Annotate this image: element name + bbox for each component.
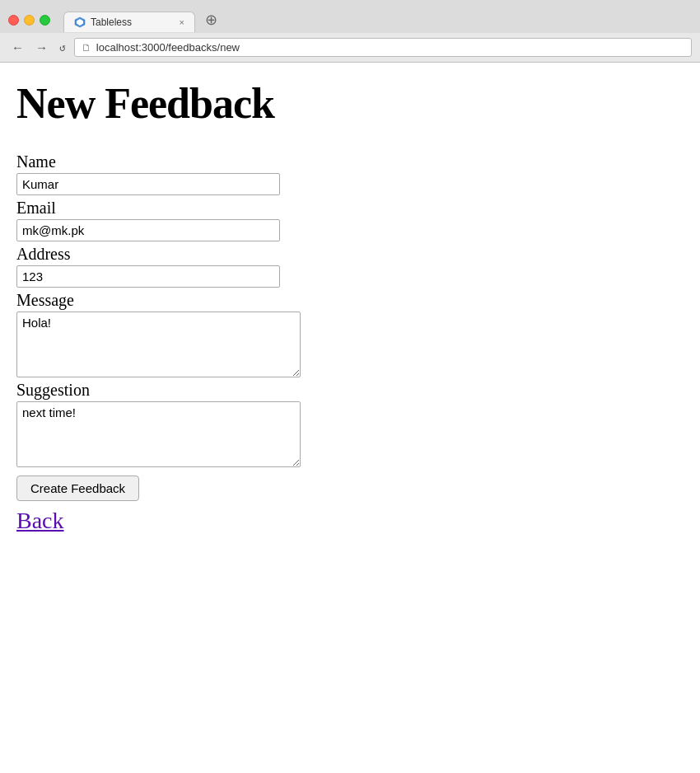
- address-field-group: Address: [16, 245, 684, 288]
- email-field-group: Email: [16, 199, 684, 241]
- email-label: Email: [16, 199, 684, 218]
- page-title: New Feedback: [16, 79, 684, 128]
- refresh-nav-button[interactable]: ↺: [56, 40, 69, 55]
- suggestion-textarea[interactable]: [16, 401, 301, 467]
- browser-tab[interactable]: Tableless ×: [63, 12, 195, 32]
- page-content: New Feedback Name Email Address Message …: [0, 63, 700, 770]
- address-icon: 🗋: [82, 42, 91, 54]
- back-nav-button[interactable]: ←: [8, 39, 27, 56]
- tab-label: Tableless: [91, 16, 132, 28]
- feedback-form: Name Email Address Message Suggestion Cr…: [16, 152, 684, 508]
- minimize-button[interactable]: [24, 15, 35, 26]
- tab-bar: Tableless × ⊕: [63, 7, 224, 32]
- back-link[interactable]: Back: [16, 508, 684, 534]
- browser-chrome: Tableless × ⊕ ← → ↺ 🗋 localhost:3000/fee…: [0, 0, 700, 63]
- suggestion-label: Suggestion: [16, 381, 684, 400]
- suggestion-field-group: Suggestion: [16, 381, 684, 467]
- forward-nav-button[interactable]: →: [32, 39, 51, 56]
- title-bar: Tableless × ⊕: [0, 0, 700, 33]
- address-bar-row: ← → ↺ 🗋 localhost:3000/feedbacks/new: [0, 33, 700, 63]
- address-text: localhost:3000/feedbacks/new: [96, 41, 240, 54]
- name-input[interactable]: [16, 173, 280, 195]
- message-label: Message: [16, 291, 684, 310]
- name-field-group: Name: [16, 152, 684, 195]
- create-feedback-button[interactable]: Create Feedback: [16, 476, 139, 501]
- tab-favicon: [74, 16, 86, 28]
- address-label: Address: [16, 245, 684, 264]
- tab-close-button[interactable]: ×: [180, 17, 184, 27]
- maximize-button[interactable]: [40, 15, 50, 26]
- address-input[interactable]: [16, 265, 280, 288]
- email-input[interactable]: [16, 219, 280, 241]
- name-label: Name: [16, 152, 684, 171]
- message-field-group: Message: [16, 291, 684, 377]
- close-button[interactable]: [8, 15, 19, 26]
- message-textarea[interactable]: [16, 312, 301, 377]
- traffic-lights: [8, 15, 50, 26]
- new-tab-button[interactable]: ⊕: [198, 7, 224, 32]
- address-bar[interactable]: 🗋 localhost:3000/feedbacks/new: [74, 38, 692, 57]
